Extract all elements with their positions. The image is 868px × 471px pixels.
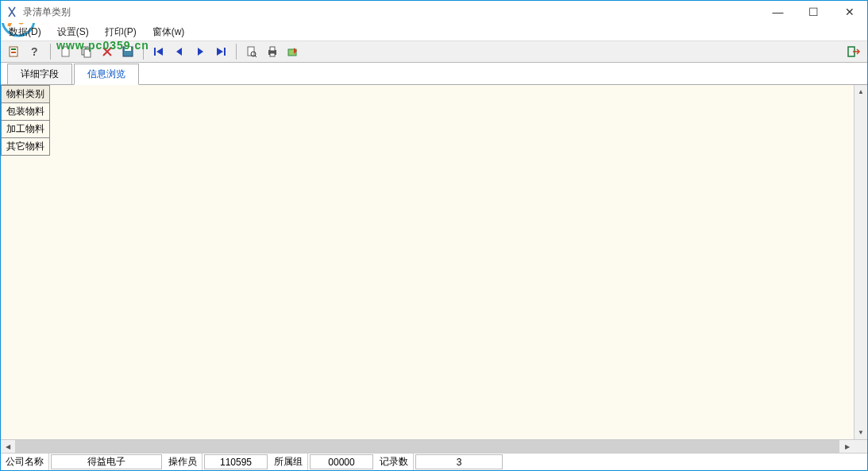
svg-rect-20 xyxy=(270,47,275,51)
nav-last-icon[interactable] xyxy=(212,43,230,60)
scroll-corner xyxy=(854,440,867,453)
vertical-scrollbar[interactable]: ▲ ▼ xyxy=(854,85,867,439)
window-title: 录清单类别 xyxy=(23,6,71,19)
tool-help-icon[interactable]: ? xyxy=(26,43,44,60)
status-operator-value: 110595 xyxy=(204,454,268,469)
watermark-url: www.pc0359.cn xyxy=(56,39,149,52)
app-window: 河东软件园 www.pc0359.cn 录清单类别 — ☐ ✕ 数据(D) 设置… xyxy=(0,0,868,471)
status-spacer xyxy=(504,454,867,470)
scroll-right-icon[interactable]: ▶ xyxy=(840,440,854,453)
table-cell[interactable]: 加工物料 xyxy=(2,121,50,138)
svg-marker-14 xyxy=(217,48,223,56)
svg-text:?: ? xyxy=(31,45,38,58)
scroll-thumb[interactable] xyxy=(15,440,839,453)
nav-next-icon[interactable] xyxy=(191,43,209,60)
toolbar-separator xyxy=(50,44,51,60)
table-row: 其它物料 xyxy=(2,138,50,156)
content-area: 物料类别 包装物料 加工物料 其它物料 ▲ ▼ xyxy=(1,85,867,439)
svg-rect-21 xyxy=(270,53,275,56)
tool-preview-icon[interactable] xyxy=(243,43,260,60)
toolbar-separator xyxy=(236,44,237,60)
tool-export-icon[interactable] xyxy=(284,43,302,60)
status-company-value: 得益电子 xyxy=(51,454,162,469)
horizontal-scrollbar[interactable]: ◀ ▶ xyxy=(1,439,867,453)
status-bar: 公司名称 得益电子 操作员 110595 所属组 00000 记录数 3 xyxy=(1,453,867,470)
status-count-label: 记录数 xyxy=(375,454,414,470)
status-count-value: 3 xyxy=(415,454,503,469)
scroll-track[interactable] xyxy=(854,98,867,426)
window-controls: — ☐ ✕ xyxy=(760,1,867,23)
table-row: 包装物料 xyxy=(2,103,50,121)
status-company-label: 公司名称 xyxy=(1,454,49,470)
status-operator-label: 操作员 xyxy=(164,454,203,470)
scroll-up-icon[interactable]: ▲ xyxy=(854,85,867,98)
tool-print-icon[interactable] xyxy=(264,43,281,60)
svg-marker-12 xyxy=(176,48,182,56)
tool-exit-icon[interactable] xyxy=(845,43,862,60)
table-cell[interactable]: 包装物料 xyxy=(2,103,50,121)
close-button[interactable]: ✕ xyxy=(831,1,867,23)
status-group-label: 所属组 xyxy=(269,454,308,470)
svg-marker-11 xyxy=(156,48,163,56)
maximize-button[interactable]: ☐ xyxy=(796,1,831,23)
svg-rect-15 xyxy=(224,48,226,56)
tab-detail[interactable]: 详细字段 xyxy=(7,64,72,85)
scroll-down-icon[interactable]: ▼ xyxy=(854,426,867,439)
app-icon xyxy=(6,6,18,18)
svg-rect-3 xyxy=(11,52,16,53)
menu-form[interactable]: 窗体(w) xyxy=(149,24,188,41)
menu-bar: 数据(D) 设置(S) 打印(P) 窗体(w) xyxy=(1,23,867,41)
nav-first-icon[interactable] xyxy=(150,43,168,60)
tool-form-icon[interactable] xyxy=(6,43,23,60)
menu-print[interactable]: 打印(P) xyxy=(102,24,140,41)
table-cell[interactable]: 其它物料 xyxy=(2,138,50,156)
minimize-button[interactable]: — xyxy=(760,1,796,23)
menu-data[interactable]: 数据(D) xyxy=(6,24,44,41)
scroll-left-icon[interactable]: ◀ xyxy=(1,440,14,453)
svg-line-18 xyxy=(255,56,257,57)
column-header[interactable]: 物料类别 xyxy=(2,86,50,103)
table-row: 加工物料 xyxy=(2,121,50,138)
svg-rect-2 xyxy=(11,48,16,50)
nav-prev-icon[interactable] xyxy=(171,43,188,60)
menu-settings[interactable]: 设置(S) xyxy=(54,24,92,41)
data-pane[interactable]: 物料类别 包装物料 加工物料 其它物料 xyxy=(1,85,854,439)
tab-strip: 详细字段 信息浏览 xyxy=(1,63,867,85)
data-table[interactable]: 物料类别 包装物料 加工物料 其它物料 xyxy=(1,85,50,156)
tab-browse[interactable]: 信息浏览 xyxy=(74,64,139,85)
svg-rect-10 xyxy=(154,48,156,56)
status-group-value: 00000 xyxy=(310,454,373,469)
svg-marker-13 xyxy=(198,48,203,56)
title-bar[interactable]: 录清单类别 — ☐ ✕ xyxy=(1,1,867,23)
